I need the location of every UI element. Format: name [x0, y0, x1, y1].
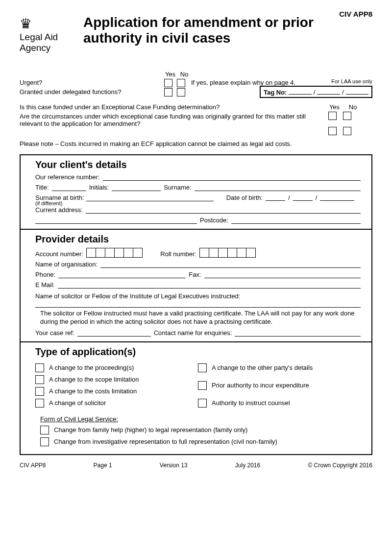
ecf-q2: Are the circumstances under which except… [20, 113, 323, 127]
tag-field-3[interactable] [346, 94, 368, 95]
yes-no-header: Yes No [164, 71, 372, 78]
dob-d[interactable] [266, 194, 285, 201]
chk-counsel[interactable] [198, 399, 207, 408]
title-field[interactable] [52, 184, 86, 191]
header: CIV APP8 ♛ Legal Aid Agency Application … [20, 15, 372, 53]
phone-field[interactable] [58, 271, 186, 278]
tag-no-box: Tag No: / / [260, 86, 372, 98]
client-title: Your client's details [35, 159, 361, 170]
ecf-questions: Is this case funded under an Exceptional… [20, 103, 372, 147]
urgent-note: If yes, please explain why on page 4. [191, 79, 295, 86]
address-field-2[interactable] [35, 217, 197, 224]
chk-prior-authority[interactable] [198, 381, 207, 390]
ecf2-no-checkbox[interactable] [343, 127, 351, 135]
form-code: CIV APP8 [339, 10, 372, 18]
delegated-yes-checkbox[interactable] [164, 88, 172, 96]
ecf2-yes-checkbox[interactable] [328, 127, 337, 135]
agency-name: Legal Aid Agency [20, 32, 76, 53]
chk-proceedings[interactable] [35, 363, 44, 372]
client-section: Your client's details Our reference numb… [21, 155, 371, 230]
solicitor-field[interactable] [35, 301, 361, 308]
chk-solicitor[interactable] [35, 399, 44, 408]
application-type-section: Type of application(s) A change to the p… [21, 342, 371, 454]
org-field[interactable] [100, 261, 361, 268]
chk-other-party[interactable] [198, 363, 207, 372]
provider-title: Provider details [35, 234, 361, 245]
chk-family-help[interactable] [40, 426, 49, 434]
birth-surname-field[interactable] [86, 194, 214, 201]
caseref-field[interactable] [77, 330, 151, 337]
chk-scope[interactable] [35, 375, 44, 384]
contact-field[interactable] [235, 330, 361, 337]
address-field[interactable] [86, 207, 361, 214]
roll-number-field[interactable] [199, 248, 256, 258]
dob-m[interactable] [293, 194, 313, 201]
form-title: Application for amendment or prior autho… [83, 15, 372, 46]
ecf1-yes-checkbox[interactable] [328, 112, 337, 120]
account-number-field[interactable] [86, 248, 143, 258]
civil-label: Form of Civil Legal Service: [40, 415, 361, 423]
delegated-no-checkbox[interactable] [177, 88, 185, 96]
initials-field[interactable] [112, 184, 161, 191]
email-field[interactable] [58, 282, 361, 289]
main-panel: Your client's details Our reference numb… [20, 154, 372, 455]
urgent-yes-checkbox[interactable] [164, 79, 172, 87]
solicitor-note: The solicitor or Fellow instructed must … [35, 310, 361, 326]
postcode-field[interactable] [231, 217, 361, 224]
dob-y[interactable] [320, 194, 354, 201]
ecf-note: Please note – Costs incurred in making a… [20, 140, 372, 147]
urgent-label: Urgent? [20, 79, 164, 86]
crest-icon: ♛ [20, 17, 76, 31]
tag-label: Tag No: [264, 89, 287, 96]
ecf1-no-checkbox[interactable] [343, 112, 351, 120]
apps-title: Type of application(s) [35, 346, 361, 358]
tag-field-2[interactable] [317, 94, 340, 95]
tag-field-1[interactable] [289, 94, 311, 95]
surname-field[interactable] [195, 184, 361, 191]
chk-investigative[interactable] [40, 437, 49, 446]
laa-use-label: For LAA use only [331, 78, 372, 84]
ecf-q1: Is this case funded under an Exceptional… [20, 103, 323, 111]
footer: CIV APP8 Page 1 Version 13 July 2016 © C… [20, 462, 372, 469]
urgent-no-checkbox[interactable] [177, 79, 185, 87]
delegated-label: Granted under delegated functions? [20, 88, 164, 96]
chk-costs[interactable] [35, 387, 44, 396]
logo: ♛ Legal Aid Agency [20, 15, 76, 53]
fax-field[interactable] [204, 271, 361, 278]
reference-field[interactable] [103, 174, 361, 181]
provider-section: Provider details Account number: Roll nu… [21, 230, 371, 342]
